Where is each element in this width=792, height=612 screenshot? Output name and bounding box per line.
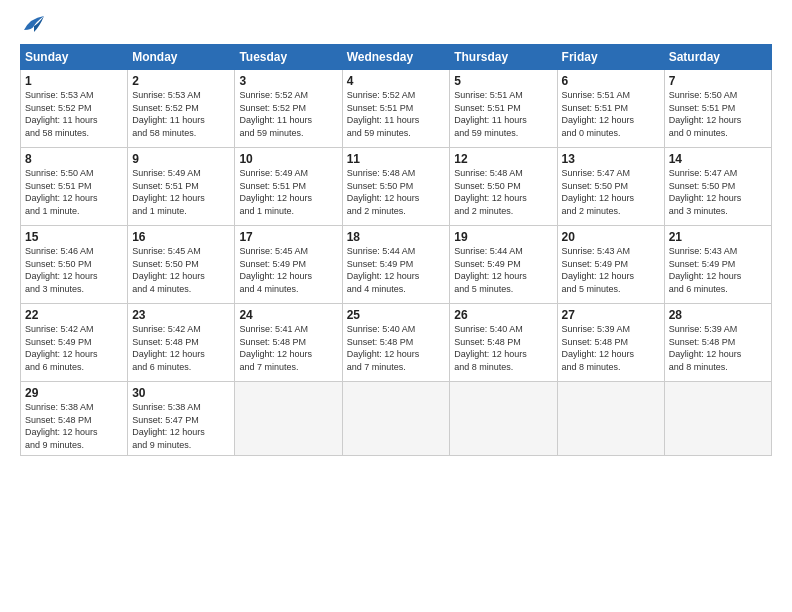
day-info: Sunrise: 5:49 AMSunset: 5:51 PMDaylight:… (132, 167, 230, 217)
day-info: Sunrise: 5:43 AMSunset: 5:49 PMDaylight:… (669, 245, 767, 295)
day-info: Sunrise: 5:45 AMSunset: 5:50 PMDaylight:… (132, 245, 230, 295)
day-number: 19 (454, 230, 552, 244)
day-info: Sunrise: 5:38 AMSunset: 5:47 PMDaylight:… (132, 401, 230, 451)
calendar-cell (235, 382, 342, 456)
calendar-cell: 21Sunrise: 5:43 AMSunset: 5:49 PMDayligh… (664, 226, 771, 304)
day-number: 25 (347, 308, 446, 322)
calendar-cell: 4Sunrise: 5:52 AMSunset: 5:51 PMDaylight… (342, 70, 450, 148)
calendar-cell (342, 382, 450, 456)
day-number: 1 (25, 74, 123, 88)
calendar-cell: 29Sunrise: 5:38 AMSunset: 5:48 PMDayligh… (21, 382, 128, 456)
calendar-cell: 20Sunrise: 5:43 AMSunset: 5:49 PMDayligh… (557, 226, 664, 304)
calendar-cell (664, 382, 771, 456)
logo (20, 16, 44, 34)
calendar-cell: 9Sunrise: 5:49 AMSunset: 5:51 PMDaylight… (128, 148, 235, 226)
day-info: Sunrise: 5:51 AMSunset: 5:51 PMDaylight:… (562, 89, 660, 139)
calendar-cell: 23Sunrise: 5:42 AMSunset: 5:48 PMDayligh… (128, 304, 235, 382)
calendar-cell: 8Sunrise: 5:50 AMSunset: 5:51 PMDaylight… (21, 148, 128, 226)
day-info: Sunrise: 5:47 AMSunset: 5:50 PMDaylight:… (562, 167, 660, 217)
day-info: Sunrise: 5:38 AMSunset: 5:48 PMDaylight:… (25, 401, 123, 451)
calendar-cell: 11Sunrise: 5:48 AMSunset: 5:50 PMDayligh… (342, 148, 450, 226)
calendar-cell: 13Sunrise: 5:47 AMSunset: 5:50 PMDayligh… (557, 148, 664, 226)
day-number: 28 (669, 308, 767, 322)
day-info: Sunrise: 5:53 AMSunset: 5:52 PMDaylight:… (132, 89, 230, 139)
calendar-table: SundayMondayTuesdayWednesdayThursdayFrid… (20, 44, 772, 456)
header-day-sunday: Sunday (21, 45, 128, 70)
day-info: Sunrise: 5:41 AMSunset: 5:48 PMDaylight:… (239, 323, 337, 373)
calendar-cell: 25Sunrise: 5:40 AMSunset: 5:48 PMDayligh… (342, 304, 450, 382)
header-row: SundayMondayTuesdayWednesdayThursdayFrid… (21, 45, 772, 70)
calendar-cell: 27Sunrise: 5:39 AMSunset: 5:48 PMDayligh… (557, 304, 664, 382)
header-day-wednesday: Wednesday (342, 45, 450, 70)
day-number: 14 (669, 152, 767, 166)
calendar-cell: 12Sunrise: 5:48 AMSunset: 5:50 PMDayligh… (450, 148, 557, 226)
header (20, 16, 772, 34)
day-number: 17 (239, 230, 337, 244)
day-number: 13 (562, 152, 660, 166)
day-info: Sunrise: 5:48 AMSunset: 5:50 PMDaylight:… (454, 167, 552, 217)
calendar-cell: 16Sunrise: 5:45 AMSunset: 5:50 PMDayligh… (128, 226, 235, 304)
calendar-cell: 30Sunrise: 5:38 AMSunset: 5:47 PMDayligh… (128, 382, 235, 456)
day-info: Sunrise: 5:44 AMSunset: 5:49 PMDaylight:… (347, 245, 446, 295)
day-number: 23 (132, 308, 230, 322)
day-info: Sunrise: 5:52 AMSunset: 5:51 PMDaylight:… (347, 89, 446, 139)
calendar-cell: 15Sunrise: 5:46 AMSunset: 5:50 PMDayligh… (21, 226, 128, 304)
day-number: 21 (669, 230, 767, 244)
day-info: Sunrise: 5:42 AMSunset: 5:49 PMDaylight:… (25, 323, 123, 373)
calendar-cell: 17Sunrise: 5:45 AMSunset: 5:49 PMDayligh… (235, 226, 342, 304)
calendar-cell: 6Sunrise: 5:51 AMSunset: 5:51 PMDaylight… (557, 70, 664, 148)
calendar-cell: 28Sunrise: 5:39 AMSunset: 5:48 PMDayligh… (664, 304, 771, 382)
day-info: Sunrise: 5:42 AMSunset: 5:48 PMDaylight:… (132, 323, 230, 373)
day-info: Sunrise: 5:39 AMSunset: 5:48 PMDaylight:… (669, 323, 767, 373)
day-number: 16 (132, 230, 230, 244)
day-info: Sunrise: 5:40 AMSunset: 5:48 PMDaylight:… (347, 323, 446, 373)
calendar-cell (557, 382, 664, 456)
calendar-cell: 14Sunrise: 5:47 AMSunset: 5:50 PMDayligh… (664, 148, 771, 226)
header-day-tuesday: Tuesday (235, 45, 342, 70)
day-number: 26 (454, 308, 552, 322)
day-number: 2 (132, 74, 230, 88)
day-info: Sunrise: 5:45 AMSunset: 5:49 PMDaylight:… (239, 245, 337, 295)
day-number: 10 (239, 152, 337, 166)
day-info: Sunrise: 5:39 AMSunset: 5:48 PMDaylight:… (562, 323, 660, 373)
day-info: Sunrise: 5:51 AMSunset: 5:51 PMDaylight:… (454, 89, 552, 139)
header-day-saturday: Saturday (664, 45, 771, 70)
day-number: 6 (562, 74, 660, 88)
calendar-cell: 22Sunrise: 5:42 AMSunset: 5:49 PMDayligh… (21, 304, 128, 382)
day-info: Sunrise: 5:43 AMSunset: 5:49 PMDaylight:… (562, 245, 660, 295)
day-number: 5 (454, 74, 552, 88)
day-number: 7 (669, 74, 767, 88)
day-number: 9 (132, 152, 230, 166)
calendar-cell: 24Sunrise: 5:41 AMSunset: 5:48 PMDayligh… (235, 304, 342, 382)
day-number: 24 (239, 308, 337, 322)
day-number: 15 (25, 230, 123, 244)
day-number: 20 (562, 230, 660, 244)
calendar-cell (450, 382, 557, 456)
calendar-cell: 2Sunrise: 5:53 AMSunset: 5:52 PMDaylight… (128, 70, 235, 148)
calendar-cell: 5Sunrise: 5:51 AMSunset: 5:51 PMDaylight… (450, 70, 557, 148)
calendar-cell: 10Sunrise: 5:49 AMSunset: 5:51 PMDayligh… (235, 148, 342, 226)
day-number: 8 (25, 152, 123, 166)
logo-text (20, 16, 44, 34)
day-info: Sunrise: 5:48 AMSunset: 5:50 PMDaylight:… (347, 167, 446, 217)
day-info: Sunrise: 5:50 AMSunset: 5:51 PMDaylight:… (25, 167, 123, 217)
day-number: 30 (132, 386, 230, 400)
calendar-page: SundayMondayTuesdayWednesdayThursdayFrid… (0, 0, 792, 612)
day-info: Sunrise: 5:47 AMSunset: 5:50 PMDaylight:… (669, 167, 767, 217)
day-number: 29 (25, 386, 123, 400)
day-info: Sunrise: 5:40 AMSunset: 5:48 PMDaylight:… (454, 323, 552, 373)
day-info: Sunrise: 5:44 AMSunset: 5:49 PMDaylight:… (454, 245, 552, 295)
calendar-cell: 1Sunrise: 5:53 AMSunset: 5:52 PMDaylight… (21, 70, 128, 148)
calendar-cell: 7Sunrise: 5:50 AMSunset: 5:51 PMDaylight… (664, 70, 771, 148)
calendar-cell: 18Sunrise: 5:44 AMSunset: 5:49 PMDayligh… (342, 226, 450, 304)
day-info: Sunrise: 5:53 AMSunset: 5:52 PMDaylight:… (25, 89, 123, 139)
day-number: 11 (347, 152, 446, 166)
header-day-monday: Monday (128, 45, 235, 70)
day-info: Sunrise: 5:50 AMSunset: 5:51 PMDaylight:… (669, 89, 767, 139)
day-number: 3 (239, 74, 337, 88)
calendar-cell: 19Sunrise: 5:44 AMSunset: 5:49 PMDayligh… (450, 226, 557, 304)
header-day-thursday: Thursday (450, 45, 557, 70)
day-info: Sunrise: 5:46 AMSunset: 5:50 PMDaylight:… (25, 245, 123, 295)
day-number: 18 (347, 230, 446, 244)
day-number: 4 (347, 74, 446, 88)
